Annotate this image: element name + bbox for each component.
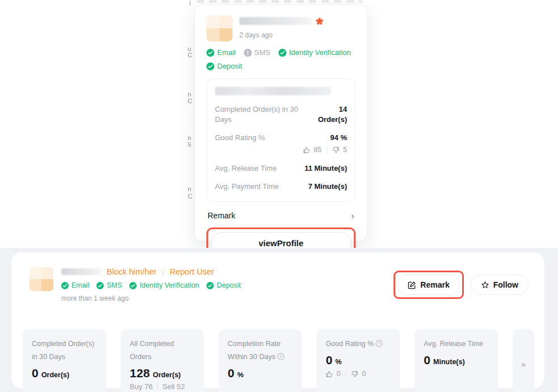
stat-value: 0 (228, 366, 235, 380)
badge-deposit: Deposit (206, 281, 240, 289)
block-user-link[interactable]: Block him/her (107, 267, 157, 276)
stat-unit: Order(s) (153, 371, 180, 379)
badge-label: Email (71, 281, 89, 289)
badge-label: Deposit (217, 281, 240, 289)
stat-value: 11 Minute(s) (305, 163, 347, 174)
page-top-section: j u C n C n 5 n C 2 days ago (0, 0, 558, 248)
popup-stats-card: Completed Order(s) in 30 Days 14 Order(s… (206, 78, 356, 202)
stat-label: Completed Order(s) in 30 Days (215, 104, 300, 124)
remark-row[interactable]: Remark › (208, 211, 354, 221)
more-stats-button[interactable]: » (513, 329, 534, 392)
stat-avg-release-time: Avg. Release Time 11 Minute(s) (215, 163, 347, 174)
stat-card-completed-orders-30d: Completed Order(s) in 30 Days 0 Order(s) (23, 329, 106, 392)
check-circle-icon (96, 282, 104, 289)
popup-user-row: 2 days ago (206, 15, 356, 41)
stat-value: 0 (325, 353, 332, 367)
badge-label: Email (217, 48, 236, 57)
profile-panel: Block him/her | Report User Email SMS (11, 252, 544, 388)
help-icon[interactable]: ? (277, 353, 285, 360)
stat-label: Avg. Payment Time (215, 182, 300, 192)
merchant-profile-popup: 2 days ago Email SMS Identity Verificati… (195, 5, 367, 241)
check-circle-icon (129, 282, 137, 289)
stat-completed-orders: Completed Order(s) in 30 Days 14 Order(s… (215, 104, 347, 124)
stat-unit: % (335, 358, 341, 366)
remark-button[interactable]: Remark (398, 275, 459, 295)
badge-label: SMS (107, 281, 122, 289)
thumbs-up-count: 85 (314, 145, 322, 155)
remark-button-label: Remark (420, 280, 449, 289)
check-circle-icon (61, 282, 69, 289)
avatar[interactable] (29, 267, 53, 291)
merchant-medal-icon (316, 18, 323, 25)
exclamation-circle-icon (244, 49, 252, 57)
panel-user-row: Block him/her | Report User Email SMS (29, 267, 241, 302)
stat-value: 14 (318, 104, 347, 115)
stat-card-good-rating: Good Rating %? 0 % 0 0 (316, 329, 400, 392)
stat-value: 0 (32, 366, 39, 380)
badge-label: Deposit (217, 62, 242, 70)
stat-label: All Completed Orders (130, 340, 174, 361)
stat-avg-payment-time: Avg. Payment Time 7 Minute(s) (215, 182, 347, 192)
badge-sms: SMS (244, 48, 270, 57)
stat-label: Good Rating % (325, 340, 374, 348)
svg-text:?: ? (378, 341, 381, 346)
badge-email: Email (61, 281, 89, 289)
thumbs-up-icon (325, 370, 333, 378)
badge-label: Identity Verification (289, 48, 351, 57)
thumbs-down-icon (351, 370, 358, 378)
divider (157, 383, 158, 390)
badge-identity-verification: Identity Verification (129, 281, 199, 289)
stat-value: 94 % (303, 133, 347, 143)
badge-label: SMS (255, 48, 270, 57)
stat-label: Good Rating % (215, 133, 300, 154)
panel-stats-row: Completed Order(s) in 30 Days 0 Order(s)… (23, 329, 534, 392)
divider (345, 371, 346, 377)
thumbs-down-count: 0 (362, 370, 366, 378)
divider (327, 147, 327, 153)
thumbs-up-icon (303, 146, 310, 154)
stat-good-rating: Good Rating % 94 % 85 5 (215, 133, 347, 154)
divider: | (162, 268, 164, 276)
help-icon[interactable]: ? (375, 340, 383, 347)
panel-action-buttons: Remark Follow (394, 271, 529, 299)
sell-count: Sell 52 (162, 382, 185, 391)
badge-deposit: Deposit (206, 62, 242, 70)
badge-identity-verification: Identity Verification (278, 48, 351, 57)
badge-sms: SMS (96, 281, 122, 289)
last-seen-text: more than 1 week ago (61, 294, 241, 302)
stat-card-avg-release-time: Avg. Release Time 0 Minute(s) (415, 329, 498, 392)
check-circle-icon (206, 49, 214, 57)
check-circle-icon (206, 62, 214, 70)
badge-label: Identity Verification (140, 281, 199, 289)
remark-label: Remark (208, 211, 235, 220)
panel-verification-badges: Email SMS Identity Verification Deposit (61, 281, 241, 289)
stat-card-all-completed-orders: All Completed Orders 128 Order(s) Buy 76… (121, 329, 204, 392)
thumbs-down-icon (332, 146, 340, 154)
stat-unit: Order(s) (41, 371, 69, 379)
svg-text:?: ? (280, 354, 282, 359)
last-seen-text: 2 days ago (239, 31, 323, 39)
edit-icon (408, 281, 416, 289)
follow-button-label: Follow (493, 280, 518, 289)
chevron-right-icon: › (351, 211, 354, 221)
check-circle-icon (278, 49, 286, 57)
follow-button[interactable]: Follow (471, 275, 529, 295)
redacted-info-bar (215, 87, 331, 95)
avatar[interactable] (206, 15, 232, 41)
thumbs-up-count: 0 (336, 370, 340, 378)
star-icon (481, 281, 489, 289)
annotation-highlight-box: Remark (394, 271, 463, 299)
username-redacted (239, 17, 312, 25)
username-redacted (61, 268, 101, 275)
page-bottom-section: Block him/her | Report User Email SMS (0, 248, 558, 392)
stat-card-completion-rate: Completion Rate Within 30 Days? 0 % (219, 329, 302, 392)
background-blurred-text (197, 0, 362, 3)
badge-email: Email (206, 48, 236, 57)
stat-value: 7 Minute(s) (308, 182, 347, 192)
buy-count: Buy 76 (130, 382, 153, 391)
stat-label: Avg. Release Time (424, 340, 483, 348)
popup-verification-badges: Email SMS Identity Verification Deposit (206, 48, 356, 70)
report-user-link[interactable]: Report User (170, 267, 214, 276)
stat-label: Avg. Release Time (215, 163, 300, 174)
stat-unit: Order(s) (318, 115, 347, 125)
